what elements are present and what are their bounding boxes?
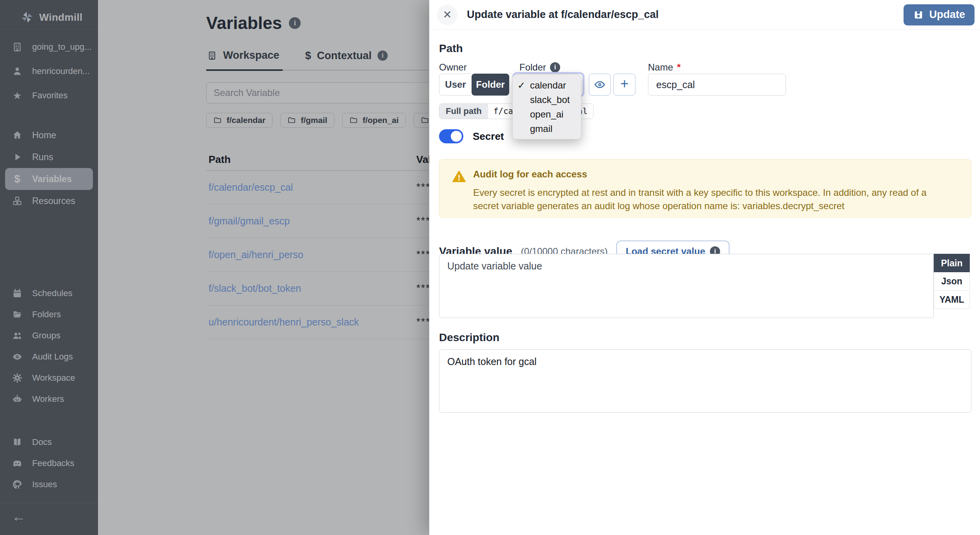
path-section-heading: Path xyxy=(439,42,463,55)
folder-label: Folder i xyxy=(519,62,560,73)
warning-title: Audit log for each access xyxy=(473,169,955,180)
reveal-secret-button[interactable] xyxy=(589,74,611,96)
audit-log-warning: Audit log for each access Every secret i… xyxy=(439,159,971,218)
plus-icon: + xyxy=(620,77,628,91)
name-label: Name * xyxy=(648,62,681,73)
value-format-tabs: Plain Json YAML xyxy=(934,254,970,309)
format-tab-yaml[interactable]: YAML xyxy=(934,291,970,309)
eye-icon xyxy=(594,79,606,90)
update-button-label: Update xyxy=(929,9,965,21)
owner-folder-button[interactable]: Folder xyxy=(472,74,509,96)
check-icon: ✓ xyxy=(517,78,525,92)
dropdown-option-gmail[interactable]: gmail xyxy=(513,121,581,136)
drawer-title: Update variable at f/calendar/escp_cal xyxy=(467,9,659,21)
warning-icon xyxy=(452,170,466,184)
dropdown-option-label: open_ai xyxy=(530,109,563,119)
secret-toggle-row: Secret xyxy=(439,129,504,143)
secret-label: Secret xyxy=(473,130,504,143)
dropdown-option-label: slack_bot xyxy=(530,94,570,105)
dropdown-option-label: gmail xyxy=(530,123,552,134)
dropdown-option-open-ai[interactable]: open_ai xyxy=(513,107,581,121)
owner-label: Owner xyxy=(439,62,467,73)
variable-value-textarea[interactable] xyxy=(439,254,934,318)
warning-body: Every secret is encrypted at rest and in… xyxy=(473,186,947,213)
app-window: Windmill going_to_upg... xyxy=(0,0,980,535)
variable-name-input[interactable] xyxy=(648,74,786,96)
required-asterisk: * xyxy=(677,62,681,73)
dropdown-option-calendar[interactable]: ✓ calendar xyxy=(513,78,581,92)
drawer-header: ✕ Update variable at f/calendar/escp_cal… xyxy=(429,0,980,30)
folder-dropdown-menu: ✓ calendar slack_bot open_ai gmail xyxy=(512,74,581,139)
dropdown-option-slack-bot[interactable]: slack_bot xyxy=(513,92,581,107)
folder-label-text: Folder xyxy=(519,62,546,73)
modal-overlay[interactable] xyxy=(0,0,430,535)
close-icon[interactable]: ✕ xyxy=(437,5,457,25)
update-button[interactable]: Update xyxy=(904,4,975,25)
description-textarea[interactable]: OAuth token for gcal xyxy=(439,349,971,413)
dropdown-option-label: calendar xyxy=(530,80,566,90)
secret-toggle[interactable] xyxy=(439,129,463,143)
update-variable-drawer: ✕ Update variable at f/calendar/escp_cal… xyxy=(429,0,980,535)
owner-kind-toggle: User Folder xyxy=(439,74,509,96)
drawer-body: Path Owner Folder i Name * User Folder xyxy=(429,30,980,535)
add-folder-button[interactable]: + xyxy=(613,74,635,96)
description-heading: Description xyxy=(439,331,499,344)
toggle-knob xyxy=(451,131,462,142)
name-label-text: Name xyxy=(648,62,673,73)
full-path-label: Full path xyxy=(439,104,488,119)
info-icon[interactable]: i xyxy=(550,62,560,72)
save-icon xyxy=(913,9,924,20)
format-tab-json[interactable]: Json xyxy=(934,272,970,291)
owner-user-button[interactable]: User xyxy=(439,74,472,96)
format-tab-plain[interactable]: Plain xyxy=(934,254,970,272)
